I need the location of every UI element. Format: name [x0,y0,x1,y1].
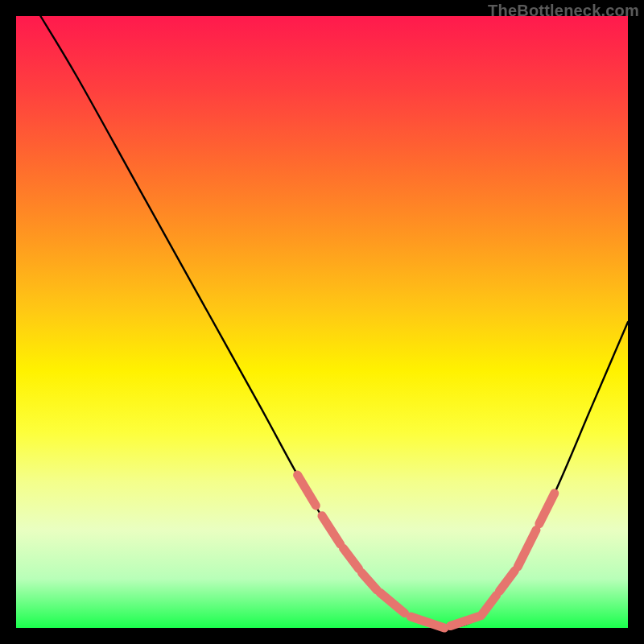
highlight-seg-trough [451,617,478,625]
highlight-seg-right [518,530,536,567]
highlight-seg-left [322,516,341,544]
highlight-seg-right [481,595,497,615]
highlight-seg-trough [411,617,444,628]
chart-frame: TheBottleneck.com [0,0,644,644]
highlight-seg-right [539,493,555,524]
highlight-seg-left [361,573,377,591]
watermark-text: TheBottleneck.com [488,2,639,20]
highlight-seg-left [298,475,316,506]
highlight-seg-trough [380,592,404,613]
highlight-seg-left [344,548,359,568]
highlight-segments [298,475,555,628]
curve-layer [16,16,628,628]
highlight-seg-right [499,571,514,591]
plot-area [16,16,628,628]
